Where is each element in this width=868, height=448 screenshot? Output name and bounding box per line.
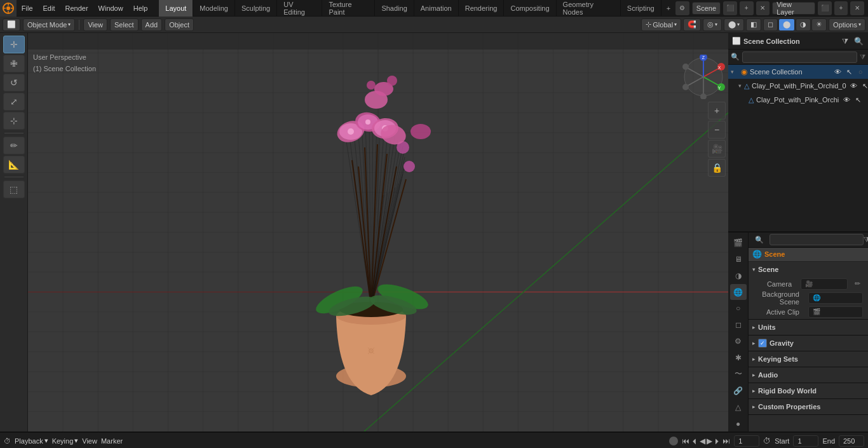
tab-layout[interactable]: Layout	[159, 0, 193, 17]
prop-tab-physics[interactable]: 〜	[730, 367, 747, 383]
prop-tab-constraints[interactable]: 🔗	[730, 383, 747, 398]
lock-camera-btn[interactable]: 🔒	[708, 159, 726, 177]
prop-tab-object[interactable]: ◻	[730, 317, 747, 333]
proportional-edit[interactable]: ◎ ▾	[703, 18, 722, 31]
add-workspace-tab[interactable]: +	[661, 4, 675, 12]
outliner-item-0[interactable]: ▾ △ Clay_Pot_with_Pink_Orchid_0 👁 ↖ ○	[728, 79, 868, 93]
prop-tab-material[interactable]: ●	[730, 416, 747, 431]
bg-scene-value[interactable]: 🌐	[808, 292, 863, 304]
zoom-out-btn[interactable]: −	[708, 121, 726, 139]
tab-geometry-nodes[interactable]: Geometry Nodes	[557, 0, 621, 17]
active-clip-value[interactable]: 🎬	[808, 306, 863, 318]
outliner-item-1[interactable]: △ Clay_Pot_with_Pink_Orchi 👁 ↖ ○	[728, 93, 868, 107]
xray-toggle[interactable]: ◧	[746, 18, 761, 31]
view-layer-selector[interactable]: View Layer	[772, 2, 815, 15]
show-overlay[interactable]: ⬤ ▾	[724, 18, 744, 31]
prop-tab-scene[interactable]: 🌐	[730, 284, 747, 300]
scene-header[interactable]: 🌐 Scene	[749, 248, 868, 262]
new-view-layer[interactable]: +	[834, 1, 848, 15]
cursor-tool[interactable]: ✛	[3, 36, 25, 53]
prop-tab-modifier[interactable]: ⚙	[730, 334, 747, 350]
select-menu-btn[interactable]: Select	[110, 18, 139, 31]
view-menu-btn[interactable]: View	[83, 18, 107, 31]
new-scene[interactable]: +	[740, 1, 754, 15]
scene-options[interactable]: ⬛	[723, 1, 737, 15]
snap-toggle[interactable]: 🧲	[683, 18, 701, 31]
item0-select[interactable]: ↖	[860, 82, 868, 90]
play-reverse-btn[interactable]: ◀	[700, 437, 705, 445]
gravity-checkbox[interactable]	[758, 339, 767, 348]
prop-tab-world[interactable]: ○	[730, 301, 747, 316]
object-mode-dropdown[interactable]: Object Mode ▾	[23, 18, 75, 31]
tab-compositing[interactable]: Compositing	[504, 0, 556, 17]
outliner-filter-icon[interactable]: ⧩	[839, 36, 851, 47]
tab-sculpting[interactable]: Sculpting	[235, 0, 277, 17]
jump-start-btn[interactable]: ⏮	[682, 437, 689, 445]
menu-edit[interactable]: Edit	[38, 0, 60, 17]
transform-tool[interactable]: ⊹	[3, 112, 25, 130]
tab-rendering[interactable]: Rendering	[459, 0, 505, 17]
tab-shading[interactable]: Shading	[375, 0, 414, 17]
menu-render[interactable]: Render	[60, 0, 93, 17]
tab-animation[interactable]: Animation	[414, 0, 459, 17]
view-dropdown[interactable]: View	[82, 437, 97, 445]
prop-tab-output[interactable]: 🖥	[730, 251, 747, 267]
object-menu-btn[interactable]: Object	[165, 18, 194, 31]
transform-pivot[interactable]: ⊹ Global ▾	[641, 18, 681, 31]
keying-dropdown[interactable]: Keying ▾	[52, 437, 79, 445]
add-cube-tool[interactable]: ⬚	[3, 180, 25, 198]
collection-select-btn[interactable]: ↖	[844, 68, 854, 76]
3d-viewport[interactable]: User Perspective (1) Scene Collection X …	[28, 33, 728, 431]
scene-selector[interactable]: Scene	[692, 2, 721, 15]
menu-help[interactable]: Help	[128, 0, 153, 17]
view-layer-options[interactable]: ⬛	[818, 1, 832, 15]
jump-end-btn[interactable]: ⏭	[722, 437, 730, 445]
audio-header[interactable]: ▸ Audio	[749, 367, 868, 383]
camera-view-btn[interactable]: 🎥	[708, 140, 726, 158]
play-btn[interactable]: ▶	[707, 437, 712, 445]
marker-dropdown[interactable]: Marker	[101, 437, 123, 445]
end-frame-input[interactable]: 250	[839, 435, 864, 447]
collection-view-btn[interactable]: 👁	[832, 68, 843, 76]
collection-hide-btn[interactable]: ○	[855, 68, 865, 76]
prop-tab-view-layer[interactable]: ◑	[730, 268, 747, 283]
menu-file[interactable]: File	[17, 0, 38, 17]
rendered-preview[interactable]: ☀	[811, 18, 827, 31]
viewport-options[interactable]: Options ▾	[829, 18, 865, 31]
outliner-scene-collection[interactable]: ▾ ◉ Scene Collection 👁 ↖ ○	[728, 65, 868, 79]
props-search-icon-btn[interactable]: 🔍	[751, 233, 768, 248]
tab-scripting[interactable]: Scripting	[621, 0, 661, 17]
delete-scene[interactable]: ✕	[756, 1, 770, 15]
scale-tool[interactable]: ⤢	[3, 93, 25, 111]
rigid-body-header[interactable]: ▸ Rigid Body World	[749, 383, 868, 398]
item0-view[interactable]: 👁	[849, 82, 859, 90]
prop-tab-data[interactable]: △	[730, 399, 747, 415]
prop-tab-render[interactable]: 🎬	[730, 235, 747, 251]
prev-keyframe-btn[interactable]: ⏴	[691, 437, 698, 445]
add-menu-btn[interactable]: Add	[141, 18, 163, 31]
start-frame-input[interactable]: 1	[793, 435, 818, 447]
props-options-btn[interactable]: ⧩	[864, 233, 868, 248]
scene-section-header[interactable]: ▾ Scene	[749, 262, 868, 277]
measure-tool[interactable]: 📐	[3, 156, 25, 173]
menu-window[interactable]: Window	[93, 0, 128, 17]
item1-view[interactable]: 👁	[841, 96, 851, 104]
keying-sets-header[interactable]: ▸ Keying Sets	[749, 351, 868, 367]
engine-selector[interactable]: ⚙	[675, 1, 689, 15]
navigation-gizmo[interactable]: X Y Z	[681, 55, 726, 99]
tab-texture-paint[interactable]: Texture Paint	[322, 0, 375, 17]
camera-edit-btn[interactable]: ✏	[851, 278, 863, 290]
annotate-tool[interactable]: ✏	[3, 137, 25, 154]
item1-hide[interactable]: ○	[864, 96, 868, 104]
prop-tab-particles[interactable]: ✱	[730, 350, 747, 366]
playback-dropdown[interactable]: Playback ▾	[15, 437, 48, 445]
delete-view-layer[interactable]: ✕	[850, 1, 864, 15]
gravity-header[interactable]: ▸ Gravity	[749, 336, 868, 351]
custom-props-header[interactable]: ▸ Custom Properties	[749, 399, 868, 414]
outliner-filter-btn[interactable]: ⧩	[860, 53, 865, 61]
move-tool[interactable]: ✙	[3, 55, 25, 72]
current-frame-input[interactable]: 1	[734, 435, 759, 447]
fps-indicator[interactable]: ⏱	[763, 437, 771, 445]
interaction-mode-icon[interactable]: ⬜	[3, 18, 20, 31]
outliner-search-icon[interactable]: 🔍	[853, 36, 864, 47]
